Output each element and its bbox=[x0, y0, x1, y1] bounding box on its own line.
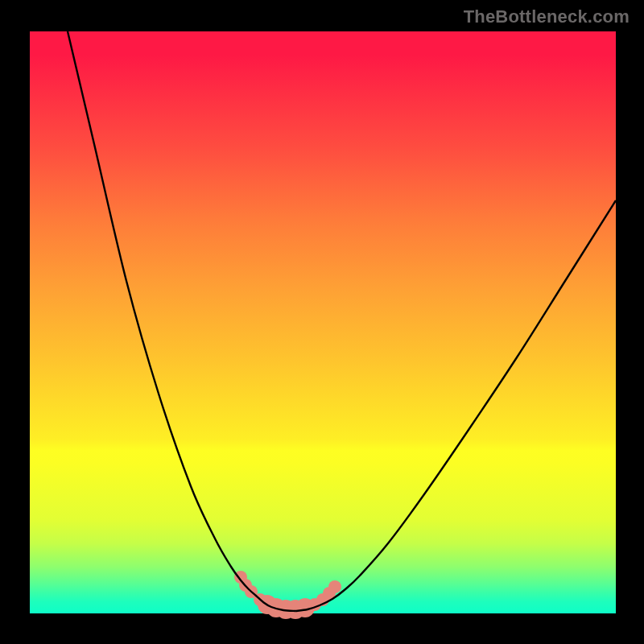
chart-svg bbox=[30, 31, 616, 613]
valley-markers bbox=[234, 571, 341, 619]
valley-marker bbox=[328, 580, 341, 593]
watermark-text: TheBottleneck.com bbox=[464, 6, 630, 27]
curve-left bbox=[68, 31, 295, 611]
chart-frame: TheBottleneck.com bbox=[0, 0, 644, 644]
curve-right bbox=[295, 200, 616, 611]
